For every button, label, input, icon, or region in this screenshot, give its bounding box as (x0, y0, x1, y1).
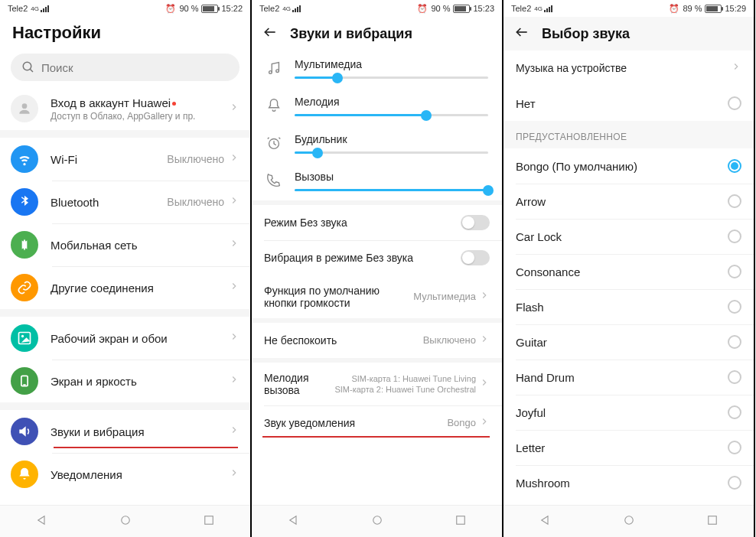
back-arrow-icon[interactable] (514, 24, 530, 43)
home-nav-icon[interactable] (622, 513, 636, 530)
settings-item-brightness[interactable]: Экран и яркость (0, 360, 250, 402)
settings-item-bluetooth[interactable]: Bluetooth Выключено (0, 181, 250, 223)
network-type: 4G (31, 5, 39, 12)
phone-icon (266, 172, 282, 189)
sound-option[interactable]: Arrow (503, 184, 754, 219)
preset-header: ПРЕДУСТАНОВЛЕННОЕ (503, 121, 754, 148)
music-on-device-row[interactable]: Музыка на устройстве (503, 50, 754, 86)
notification-dot (172, 102, 176, 106)
svg-marker-14 (289, 516, 295, 524)
chevron-right-icon (229, 281, 240, 295)
chevron-right-icon (229, 374, 240, 388)
sound-label: Arrow (516, 195, 546, 208)
radio-icon (728, 300, 741, 314)
svg-point-15 (373, 516, 381, 524)
sound-option[interactable]: Guitar (503, 324, 754, 360)
sound-option[interactable]: Car Lock (503, 219, 754, 254)
back-arrow-icon[interactable] (262, 24, 278, 43)
signal-icon (544, 5, 552, 12)
search-input[interactable]: Поиск (11, 54, 240, 81)
ringtone-row[interactable]: Мелодия вызова SIM-карта 1: Huawei Tune … (252, 363, 502, 405)
sound-option[interactable]: Letter (503, 430, 754, 465)
volume-default-label: Функция по умолчанию кнопки громкости (264, 285, 413, 309)
alarm-icon: ⏰ (417, 4, 428, 14)
battery-icon (705, 5, 722, 13)
settings-item-sound[interactable]: Звуки и вибрация (0, 410, 250, 453)
status-bar: Tele2 4G ⏰ 89 % 15:29 (503, 0, 754, 17)
nav-bar (0, 505, 250, 537)
back-nav-icon[interactable] (539, 513, 552, 530)
sound-option[interactable]: Joyful (503, 395, 754, 430)
slider-label: Мелодия (295, 96, 488, 108)
settings-item-image[interactable]: Рабочий экран и обои (0, 317, 250, 360)
svg-point-19 (624, 516, 633, 524)
home-nav-icon[interactable] (370, 513, 384, 530)
slider-label: Будильник (295, 133, 488, 145)
volume-slider-phone[interactable]: Вызовы (252, 163, 502, 200)
sound-label: Hand Drum (516, 371, 575, 384)
sound-icon (11, 418, 38, 445)
volume-slider-alarm[interactable]: Будильник (252, 125, 502, 163)
svg-rect-16 (456, 516, 464, 524)
svg-line-1 (30, 69, 33, 72)
page-title: Выбор звука (542, 26, 630, 42)
page-header: Звуки и вибрация (252, 17, 502, 50)
page-title: Звуки и вибрация (290, 26, 412, 42)
chevron-right-icon (229, 102, 240, 116)
svg-rect-20 (708, 516, 716, 524)
image-icon (11, 324, 38, 352)
slider-track[interactable] (295, 114, 488, 116)
settings-item-bell[interactable]: Уведомления (0, 453, 250, 496)
slider-track[interactable] (295, 151, 488, 154)
recent-nav-icon[interactable] (705, 513, 719, 530)
volume-slider-music[interactable]: Мультимедиа (252, 50, 502, 88)
recent-nav-icon[interactable] (454, 513, 468, 530)
nav-bar (252, 505, 502, 537)
volume-default-row[interactable]: Функция по умолчанию кнопки громкости Му… (252, 275, 502, 318)
signal-icon (41, 5, 49, 12)
svg-point-12 (276, 70, 279, 73)
sound-option[interactable]: Consonance (503, 254, 754, 289)
settings-item-link[interactable]: Другие соединения (0, 266, 250, 309)
radio-icon (728, 159, 741, 173)
carrier-label: Tele2 (8, 4, 28, 13)
slider-track[interactable] (295, 76, 488, 79)
toggle-label: Режим Без звука (264, 216, 461, 229)
status-bar: Tele2 4G ⏰ 90 % 15:22 (0, 0, 250, 17)
toggle-row[interactable]: Вибрация в режиме Без звука (252, 240, 502, 275)
sound-label: Guitar (516, 336, 547, 349)
sound-option[interactable]: Mushroom (503, 465, 754, 500)
sound-picker-content: Музыка на устройстве Нет ПРЕДУСТАНОВЛЕНН… (503, 50, 754, 505)
item-label: Звуки и вибрация (51, 425, 229, 438)
back-nav-icon[interactable] (287, 513, 301, 530)
back-nav-icon[interactable] (35, 513, 49, 530)
dnd-row[interactable]: Не беспокоить Выключено (252, 323, 502, 358)
svg-point-11 (269, 71, 272, 74)
settings-item-wifi[interactable]: Wi-Fi Выключено (0, 138, 250, 181)
account-title: Вход в аккаунт Huawei (51, 96, 171, 109)
sound-option[interactable]: Bongo (По умолчанию) (503, 148, 754, 184)
slider-track[interactable] (295, 189, 488, 191)
settings-item-mobile[interactable]: Мобильная сеть (0, 223, 250, 266)
home-nav-icon[interactable] (119, 513, 132, 530)
radio-icon (728, 194, 741, 208)
recent-nav-icon[interactable] (202, 513, 216, 530)
page-title: Настройки (12, 23, 238, 43)
svg-rect-9 (204, 516, 213, 524)
notification-sound-row[interactable]: Звук уведомления Bongo (252, 405, 502, 441)
settings-list: Вход в аккаунт Huawei Доступ в Облако, A… (0, 87, 250, 505)
mobile-icon (11, 231, 38, 259)
select-sound-panel: Tele2 4G ⏰ 89 % 15:29 Выбор звука Музыка… (503, 0, 755, 537)
sound-option[interactable]: Flash (503, 289, 754, 324)
item-label: Экран и яркость (51, 375, 229, 388)
chevron-right-icon (479, 416, 490, 430)
sound-option[interactable]: Hand Drum (503, 360, 754, 395)
volume-slider-bell2[interactable]: Мелодия (252, 88, 502, 125)
none-option[interactable]: Нет (503, 86, 754, 121)
switch-icon[interactable] (461, 215, 490, 230)
sound-label: Mushroom (516, 477, 570, 490)
toggle-row[interactable]: Режим Без звука (252, 205, 502, 240)
huawei-account-row[interactable]: Вход в аккаунт Huawei Доступ в Облако, A… (0, 87, 250, 130)
switch-icon[interactable] (461, 250, 490, 265)
sound-label: Joyful (516, 406, 546, 419)
